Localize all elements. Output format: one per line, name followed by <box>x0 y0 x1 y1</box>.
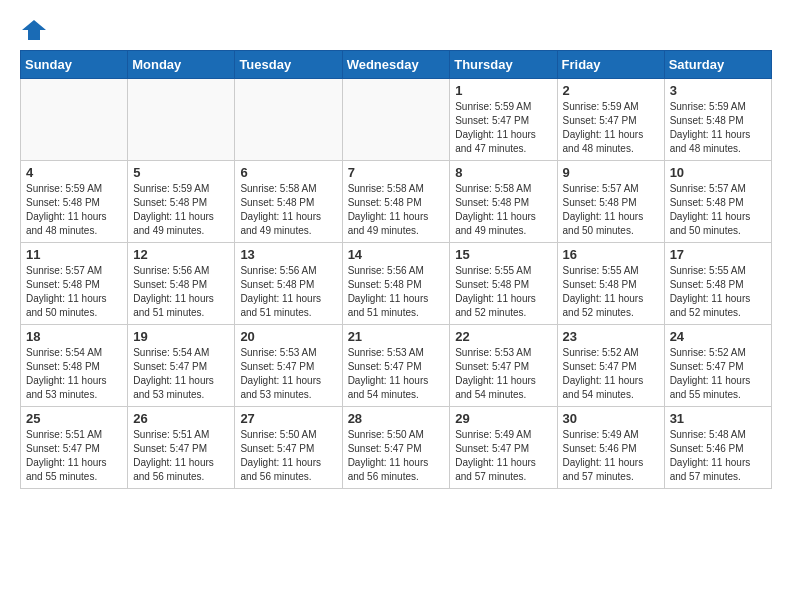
day-info: Sunrise: 5:51 AM Sunset: 5:47 PM Dayligh… <box>26 428 122 484</box>
calendar-day-cell: 5Sunrise: 5:59 AM Sunset: 5:48 PM Daylig… <box>128 161 235 243</box>
day-info: Sunrise: 5:59 AM Sunset: 5:48 PM Dayligh… <box>133 182 229 238</box>
day-number: 15 <box>455 247 551 262</box>
calendar-day-cell: 18Sunrise: 5:54 AM Sunset: 5:48 PM Dayli… <box>21 325 128 407</box>
day-info: Sunrise: 5:56 AM Sunset: 5:48 PM Dayligh… <box>348 264 445 320</box>
day-number: 7 <box>348 165 445 180</box>
day-info: Sunrise: 5:54 AM Sunset: 5:47 PM Dayligh… <box>133 346 229 402</box>
calendar-day-cell: 2Sunrise: 5:59 AM Sunset: 5:47 PM Daylig… <box>557 79 664 161</box>
calendar-day-cell: 4Sunrise: 5:59 AM Sunset: 5:48 PM Daylig… <box>21 161 128 243</box>
day-number: 27 <box>240 411 336 426</box>
page-header <box>20 20 772 40</box>
day-number: 1 <box>455 83 551 98</box>
day-number: 16 <box>563 247 659 262</box>
day-info: Sunrise: 5:58 AM Sunset: 5:48 PM Dayligh… <box>348 182 445 238</box>
day-info: Sunrise: 5:53 AM Sunset: 5:47 PM Dayligh… <box>348 346 445 402</box>
day-of-week-header: Saturday <box>664 51 771 79</box>
day-number: 2 <box>563 83 659 98</box>
day-number: 23 <box>563 329 659 344</box>
day-info: Sunrise: 5:57 AM Sunset: 5:48 PM Dayligh… <box>563 182 659 238</box>
day-info: Sunrise: 5:59 AM Sunset: 5:47 PM Dayligh… <box>455 100 551 156</box>
day-info: Sunrise: 5:56 AM Sunset: 5:48 PM Dayligh… <box>240 264 336 320</box>
day-number: 4 <box>26 165 122 180</box>
svg-marker-0 <box>22 20 46 40</box>
day-info: Sunrise: 5:53 AM Sunset: 5:47 PM Dayligh… <box>455 346 551 402</box>
day-info: Sunrise: 5:54 AM Sunset: 5:48 PM Dayligh… <box>26 346 122 402</box>
day-info: Sunrise: 5:49 AM Sunset: 5:47 PM Dayligh… <box>455 428 551 484</box>
day-info: Sunrise: 5:48 AM Sunset: 5:46 PM Dayligh… <box>670 428 766 484</box>
day-info: Sunrise: 5:59 AM Sunset: 5:48 PM Dayligh… <box>670 100 766 156</box>
logo-icon <box>22 20 46 40</box>
day-info: Sunrise: 5:50 AM Sunset: 5:47 PM Dayligh… <box>348 428 445 484</box>
day-number: 11 <box>26 247 122 262</box>
day-info: Sunrise: 5:49 AM Sunset: 5:46 PM Dayligh… <box>563 428 659 484</box>
day-number: 6 <box>240 165 336 180</box>
calendar-day-cell: 10Sunrise: 5:57 AM Sunset: 5:48 PM Dayli… <box>664 161 771 243</box>
day-number: 22 <box>455 329 551 344</box>
day-number: 30 <box>563 411 659 426</box>
calendar-day-cell: 25Sunrise: 5:51 AM Sunset: 5:47 PM Dayli… <box>21 407 128 489</box>
calendar-day-cell: 13Sunrise: 5:56 AM Sunset: 5:48 PM Dayli… <box>235 243 342 325</box>
day-info: Sunrise: 5:58 AM Sunset: 5:48 PM Dayligh… <box>455 182 551 238</box>
calendar-day-cell: 11Sunrise: 5:57 AM Sunset: 5:48 PM Dayli… <box>21 243 128 325</box>
calendar-table: SundayMondayTuesdayWednesdayThursdayFrid… <box>20 50 772 489</box>
calendar-day-cell: 22Sunrise: 5:53 AM Sunset: 5:47 PM Dayli… <box>450 325 557 407</box>
calendar-day-cell: 6Sunrise: 5:58 AM Sunset: 5:48 PM Daylig… <box>235 161 342 243</box>
calendar-day-cell: 15Sunrise: 5:55 AM Sunset: 5:48 PM Dayli… <box>450 243 557 325</box>
day-of-week-header: Tuesday <box>235 51 342 79</box>
calendar-week-row: 25Sunrise: 5:51 AM Sunset: 5:47 PM Dayli… <box>21 407 772 489</box>
day-number: 20 <box>240 329 336 344</box>
calendar-day-cell: 12Sunrise: 5:56 AM Sunset: 5:48 PM Dayli… <box>128 243 235 325</box>
calendar-day-cell: 28Sunrise: 5:50 AM Sunset: 5:47 PM Dayli… <box>342 407 450 489</box>
calendar-day-cell: 1Sunrise: 5:59 AM Sunset: 5:47 PM Daylig… <box>450 79 557 161</box>
calendar-day-cell <box>235 79 342 161</box>
day-number: 14 <box>348 247 445 262</box>
day-number: 5 <box>133 165 229 180</box>
day-number: 8 <box>455 165 551 180</box>
day-number: 28 <box>348 411 445 426</box>
day-of-week-header: Monday <box>128 51 235 79</box>
day-number: 29 <box>455 411 551 426</box>
calendar-day-cell: 7Sunrise: 5:58 AM Sunset: 5:48 PM Daylig… <box>342 161 450 243</box>
day-of-week-header: Friday <box>557 51 664 79</box>
day-number: 13 <box>240 247 336 262</box>
day-info: Sunrise: 5:51 AM Sunset: 5:47 PM Dayligh… <box>133 428 229 484</box>
calendar-day-cell: 24Sunrise: 5:52 AM Sunset: 5:47 PM Dayli… <box>664 325 771 407</box>
day-number: 21 <box>348 329 445 344</box>
day-number: 3 <box>670 83 766 98</box>
day-number: 10 <box>670 165 766 180</box>
calendar-day-cell: 9Sunrise: 5:57 AM Sunset: 5:48 PM Daylig… <box>557 161 664 243</box>
calendar-week-row: 18Sunrise: 5:54 AM Sunset: 5:48 PM Dayli… <box>21 325 772 407</box>
logo <box>20 20 48 40</box>
calendar-day-cell <box>342 79 450 161</box>
day-number: 17 <box>670 247 766 262</box>
calendar-day-cell: 21Sunrise: 5:53 AM Sunset: 5:47 PM Dayli… <box>342 325 450 407</box>
calendar-day-cell: 20Sunrise: 5:53 AM Sunset: 5:47 PM Dayli… <box>235 325 342 407</box>
day-info: Sunrise: 5:57 AM Sunset: 5:48 PM Dayligh… <box>670 182 766 238</box>
calendar-day-cell <box>21 79 128 161</box>
day-info: Sunrise: 5:53 AM Sunset: 5:47 PM Dayligh… <box>240 346 336 402</box>
day-number: 19 <box>133 329 229 344</box>
calendar-day-cell: 17Sunrise: 5:55 AM Sunset: 5:48 PM Dayli… <box>664 243 771 325</box>
calendar-day-cell: 23Sunrise: 5:52 AM Sunset: 5:47 PM Dayli… <box>557 325 664 407</box>
day-info: Sunrise: 5:56 AM Sunset: 5:48 PM Dayligh… <box>133 264 229 320</box>
calendar-week-row: 1Sunrise: 5:59 AM Sunset: 5:47 PM Daylig… <box>21 79 772 161</box>
day-of-week-header: Thursday <box>450 51 557 79</box>
day-number: 31 <box>670 411 766 426</box>
calendar-day-cell: 3Sunrise: 5:59 AM Sunset: 5:48 PM Daylig… <box>664 79 771 161</box>
day-info: Sunrise: 5:52 AM Sunset: 5:47 PM Dayligh… <box>670 346 766 402</box>
calendar-day-cell: 26Sunrise: 5:51 AM Sunset: 5:47 PM Dayli… <box>128 407 235 489</box>
calendar-week-row: 4Sunrise: 5:59 AM Sunset: 5:48 PM Daylig… <box>21 161 772 243</box>
calendar-day-cell: 27Sunrise: 5:50 AM Sunset: 5:47 PM Dayli… <box>235 407 342 489</box>
day-info: Sunrise: 5:59 AM Sunset: 5:48 PM Dayligh… <box>26 182 122 238</box>
day-info: Sunrise: 5:59 AM Sunset: 5:47 PM Dayligh… <box>563 100 659 156</box>
day-info: Sunrise: 5:55 AM Sunset: 5:48 PM Dayligh… <box>670 264 766 320</box>
day-info: Sunrise: 5:50 AM Sunset: 5:47 PM Dayligh… <box>240 428 336 484</box>
calendar-week-row: 11Sunrise: 5:57 AM Sunset: 5:48 PM Dayli… <box>21 243 772 325</box>
day-of-week-header: Sunday <box>21 51 128 79</box>
day-info: Sunrise: 5:55 AM Sunset: 5:48 PM Dayligh… <box>563 264 659 320</box>
calendar-day-cell: 31Sunrise: 5:48 AM Sunset: 5:46 PM Dayli… <box>664 407 771 489</box>
day-number: 12 <box>133 247 229 262</box>
day-number: 18 <box>26 329 122 344</box>
day-info: Sunrise: 5:58 AM Sunset: 5:48 PM Dayligh… <box>240 182 336 238</box>
calendar-day-cell: 29Sunrise: 5:49 AM Sunset: 5:47 PM Dayli… <box>450 407 557 489</box>
